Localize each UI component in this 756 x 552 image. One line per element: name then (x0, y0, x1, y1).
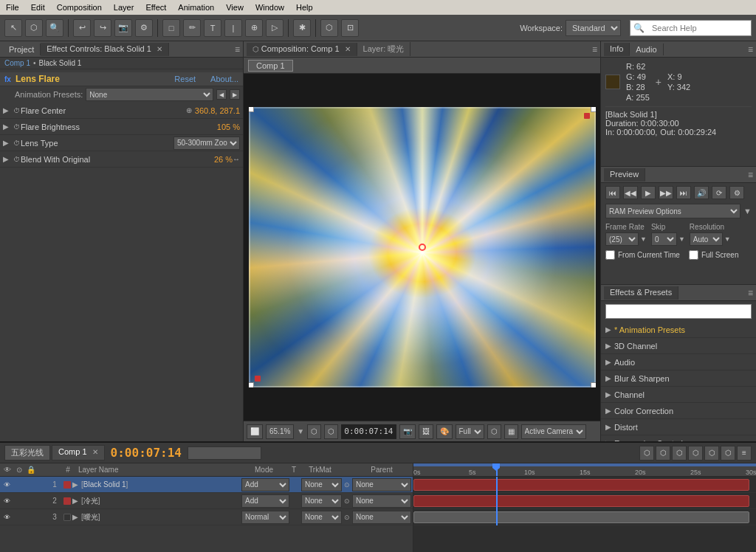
tool-redo[interactable]: ↪ (94, 19, 111, 37)
timeline-tab-2-close[interactable]: ✕ (92, 448, 98, 456)
prev-last-btn[interactable]: ⏭ (676, 186, 691, 199)
breadcrumb-comp[interactable]: Comp 1 (4, 59, 30, 67)
tl-tool-3[interactable]: ⬡ (672, 446, 687, 460)
resolution-select[interactable]: Full (456, 424, 484, 439)
layer-row-1[interactable]: 👁 1 ▶ [Black Solid 1] Add None ⊙ None (0, 477, 413, 493)
effect-expression-controls[interactable]: ▶ Expression Controls (601, 435, 756, 441)
fx-reset-btn[interactable]: Reset (174, 75, 196, 83)
eye-icon-2[interactable]: 👁 (1, 497, 12, 506)
blend-expander[interactable]: ▶ (3, 155, 12, 163)
shy-icon-2[interactable] (30, 497, 38, 506)
tab-preview[interactable]: Preview (604, 168, 645, 182)
full-screen-checkbox[interactable] (689, 250, 698, 260)
tool-text[interactable]: T (204, 19, 221, 37)
tl-tool-1[interactable]: ⬡ (639, 446, 654, 460)
layer-expand-3[interactable]: ▶ (72, 513, 81, 521)
zoom-display[interactable]: 65.1% (266, 424, 294, 439)
flare-center-value[interactable]: 360.8, 287.1 (195, 106, 240, 115)
presets-select[interactable]: None (86, 88, 213, 101)
effects-panel-menu[interactable]: ≡ (748, 288, 753, 298)
effect-animation-presets[interactable]: ▶ * Animation Presets (601, 322, 756, 338)
comp-opt-btn2[interactable]: ⬡ (324, 424, 338, 439)
tool-roto[interactable]: ✱ (293, 19, 311, 37)
crosshair-icon[interactable]: ⊕ (186, 106, 192, 114)
preview-resolution-select[interactable]: Auto (690, 232, 723, 246)
trkmat-select-3[interactable]: None (301, 511, 342, 524)
comp-expand-btn[interactable]: ⬜ (247, 424, 263, 439)
tab-audio[interactable]: Audio (630, 44, 663, 55)
eye-icon-3[interactable]: 👁 (1, 513, 12, 522)
prev-audio-btn[interactable]: 🔊 (694, 186, 709, 199)
prev-first-btn[interactable]: ⏮ (605, 186, 620, 199)
preset-prev-btn[interactable]: ◀ (216, 89, 227, 100)
tool-clone[interactable]: ⊕ (245, 19, 263, 37)
tl-tool-2[interactable]: ⬡ (656, 446, 670, 460)
effect-blur-sharpen[interactable]: ▶ Blur & Sharpen (601, 370, 756, 387)
effect-channel[interactable]: ▶ Channel (601, 387, 756, 403)
layer-row-3[interactable]: 👁 3 ▶ [曖光] Normal None ⊙ None (0, 509, 413, 525)
skip-select[interactable]: 0 (651, 232, 677, 246)
mode-select-1[interactable]: Add (241, 478, 289, 491)
tool-eraser[interactable]: ▷ (266, 19, 284, 37)
collapse-icon-2[interactable] (38, 497, 47, 506)
effect-controls-close[interactable]: ✕ (157, 45, 162, 53)
collapse-icon-1[interactable] (38, 480, 47, 489)
flare-center-expander[interactable]: ▶ (3, 106, 12, 114)
mode-select-2[interactable]: Add (241, 494, 289, 508)
show-channel-btn[interactable]: 🎨 (436, 424, 453, 439)
timeline-tab-2[interactable]: Comp 1 ✕ (52, 445, 105, 460)
parent-select-3[interactable]: None (352, 511, 411, 524)
from-current-checkbox[interactable] (605, 250, 615, 260)
eye-icon-1[interactable]: 👁 (1, 480, 12, 489)
comp-canvas[interactable] (244, 74, 600, 421)
prev-fwd-btn[interactable]: ▶▶ (659, 186, 673, 199)
breadcrumb-layer[interactable]: Black Solid 1 (39, 59, 82, 67)
tool-rect[interactable]: □ (162, 19, 180, 37)
blend-arrow-icon[interactable]: ↔ (233, 155, 240, 163)
tool-extra1[interactable]: ⬡ (320, 19, 338, 37)
comp-tab-close[interactable]: ✕ (345, 45, 351, 53)
search-input[interactable] (647, 21, 751, 35)
menu-help[interactable]: Help (293, 3, 316, 12)
lens-type-expander[interactable]: ▶ (3, 139, 12, 147)
layer-row-2[interactable]: 👁 2 ▶ [冷光] Add None ⊙ None (0, 493, 413, 509)
transparency-btn[interactable]: ▦ (504, 424, 518, 439)
stopwatch-icon-lens[interactable]: ⏱ (12, 139, 21, 148)
timeline-tab-1[interactable]: 五彩光线 (4, 445, 50, 460)
effect-audio[interactable]: ▶ Audio (601, 354, 756, 370)
tool-pen[interactable]: ✏ (183, 19, 201, 37)
skip-dropdown[interactable]: ▼ (678, 235, 685, 243)
comp-panel-menu[interactable]: ≡ (592, 44, 597, 55)
menu-edit[interactable]: Edit (28, 3, 48, 12)
workspace-select[interactable]: Standard (566, 20, 621, 36)
tool-camera[interactable]: 📷 (114, 19, 132, 37)
solo-icon-1[interactable] (12, 480, 21, 489)
tab-effects-presets[interactable]: Effects & Presets (604, 286, 678, 300)
track-bar-2[interactable] (413, 495, 749, 507)
resolution-dropdown[interactable]: ▼ (724, 235, 731, 243)
roi-btn[interactable]: ⬡ (487, 424, 501, 439)
prev-loop-btn[interactable]: ⟳ (712, 186, 726, 199)
stopwatch-icon-flare-center[interactable]: ⏱ (12, 106, 21, 115)
trkmat-select-2[interactable]: None (301, 494, 342, 508)
tool-extra2[interactable]: ⊡ (341, 19, 359, 37)
tl-tool-5[interactable]: ⬡ (704, 446, 719, 460)
prev-play-btn[interactable]: ▶ (641, 186, 656, 199)
ram-options-dropdown[interactable]: ▼ (743, 207, 752, 215)
timeline-search[interactable] (188, 446, 261, 460)
parent-select-2[interactable]: None (352, 494, 411, 508)
tab-project[interactable]: Project (3, 44, 41, 55)
shy-icon-1[interactable] (30, 480, 38, 489)
lens-type-select[interactable]: 50-300mm Zoom (173, 137, 240, 150)
collapse-icon-3[interactable] (38, 513, 47, 522)
menu-layer[interactable]: Layer (111, 3, 137, 12)
fx-icon-2[interactable]: ⊙ (342, 497, 352, 506)
fx-icon-1[interactable]: ⊙ (342, 480, 352, 489)
tool-zoom[interactable]: 🔍 (46, 19, 63, 37)
lock-icon-1[interactable] (21, 480, 30, 489)
solo-icon-2[interactable] (12, 497, 21, 506)
effect-distort[interactable]: ▶ Distort (601, 419, 756, 435)
comp-1-tab[interactable]: Comp 1 (248, 60, 293, 72)
zoom-dropdown-icon[interactable]: ▼ (297, 427, 304, 435)
show-snapshot-btn[interactable]: 🖼 (419, 424, 433, 439)
